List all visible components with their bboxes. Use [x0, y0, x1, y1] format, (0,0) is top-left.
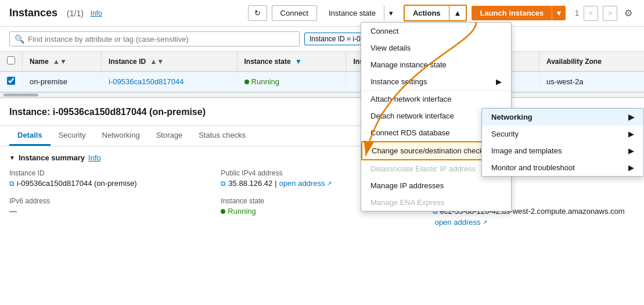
pagination-next[interactable]: >	[603, 6, 617, 21]
instance-state-dropdown[interactable]: Instance state ▾	[322, 5, 399, 21]
col-instance-state[interactable]: Instance state ▼	[237, 52, 346, 71]
instance-state-cell: Running	[237, 71, 346, 92]
chevron-right-icon-sec: ▶	[628, 130, 634, 138]
submenu-image-templates[interactable]: Image and templates ▶	[482, 142, 643, 159]
tab-networking[interactable]: Networking	[94, 126, 148, 146]
col-name[interactable]: Name ▲▼	[23, 52, 102, 71]
chevron-right-icon-mon: ▶	[628, 163, 634, 172]
networking-submenu: Networking ▶ Security ▶ Image and templa…	[481, 108, 644, 177]
menu-item-view-details[interactable]: View details	[361, 40, 511, 56]
menu-item-instance-settings[interactable]: Instance settings ▶	[361, 73, 511, 90]
submenu-monitor[interactable]: Monitor and troubleshoot ▶	[482, 159, 643, 176]
submenu-security[interactable]: Security ▶	[482, 125, 643, 142]
menu-item-connect[interactable]: Connect	[361, 23, 511, 40]
connect-button[interactable]: Connect	[272, 5, 317, 21]
search-input[interactable]	[28, 35, 294, 44]
menu-item-manage-ena: Manage ENA Express	[361, 194, 511, 211]
col-instance-id[interactable]: Instance ID ▲▼	[102, 52, 237, 71]
refresh-button[interactable]: ↻	[248, 5, 267, 21]
zone-cell: us-west-2a	[539, 71, 644, 92]
instance-count: (1/1)	[67, 9, 84, 18]
menu-item-attach-network[interactable]: Attach network interface	[361, 91, 511, 107]
chevron-right-icon-net: ▶	[628, 113, 634, 121]
field-instance-id: Instance ID ⧉ i-09536ca150d817044 (on-pr…	[9, 169, 211, 188]
menu-item-manage-state[interactable]: Manage instance state	[361, 56, 511, 73]
row-checkbox[interactable]	[7, 77, 15, 85]
open-address-link-2[interactable]: open address	[435, 218, 481, 227]
page-number: 1	[575, 9, 579, 17]
table-row: on-premise i-09536ca150d817044 Running u…	[0, 71, 644, 92]
summary-header-text: Instance summary	[19, 153, 85, 162]
chevron-right-icon-img: ▶	[628, 146, 634, 155]
instance-id-cell: i-09536ca150d817044	[102, 71, 237, 92]
col-zone[interactable]: Availability Zone	[539, 52, 644, 71]
settings-icon[interactable]: ⚙	[622, 5, 635, 21]
tab-security[interactable]: Security	[51, 126, 94, 146]
info-link[interactable]: Info	[91, 9, 102, 17]
instance-name: on-premise	[23, 71, 102, 92]
external-link-icon-2: ↗	[483, 219, 487, 225]
search-icon: 🔍	[15, 34, 24, 44]
actions-dropdown-trigger[interactable]: Actions ▲	[404, 5, 467, 21]
menu-item-manage-ip[interactable]: Manage IP addresses	[361, 177, 511, 194]
copy-icon[interactable]: ⧉	[9, 180, 15, 188]
external-link-icon: ↗	[327, 180, 332, 186]
summary-triangle: ▼	[9, 155, 15, 161]
submenu-networking[interactable]: Networking ▶	[482, 109, 643, 125]
search-box: 🔍	[9, 31, 300, 46]
summary-info-link[interactable]: Info	[88, 153, 101, 162]
field-ipv6: IPv6 address —	[9, 197, 211, 227]
tab-status-checks[interactable]: Status checks	[190, 126, 254, 146]
page-title: Instances	[9, 7, 57, 19]
copy-icon-2[interactable]: ⧉	[221, 180, 226, 188]
open-address-link[interactable]: open address	[279, 179, 325, 188]
instance-detail-title: Instance: i-09536ca150d817044 (on-premis…	[9, 107, 206, 117]
tab-details[interactable]: Details	[9, 126, 51, 146]
launch-button[interactable]: Launch instances ▾	[472, 6, 566, 20]
chevron-right-icon: ▶	[496, 77, 502, 86]
tab-storage[interactable]: Storage	[148, 126, 191, 146]
select-all-checkbox[interactable]	[7, 56, 15, 64]
pagination-prev[interactable]: <	[584, 6, 598, 21]
